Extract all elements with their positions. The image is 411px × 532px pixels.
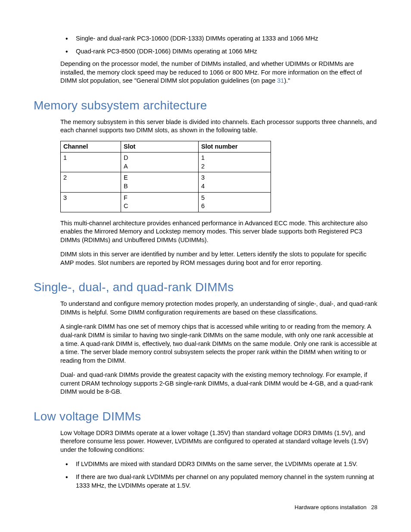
low-voltage-bullet-list: If LVDIMMs are mixed with standard DDR3 … bbox=[34, 460, 377, 490]
cell-slot-number: 56 bbox=[199, 192, 271, 212]
paragraph: To understand and configure memory prote… bbox=[60, 300, 377, 317]
page-link[interactable]: 31 bbox=[277, 77, 284, 84]
cell-slot: DA bbox=[121, 152, 199, 172]
cell-slot-number: 12 bbox=[199, 152, 271, 172]
paragraph: DIMM slots in this server are identified… bbox=[60, 250, 377, 267]
paragraph: The memory subsystem in this server blad… bbox=[60, 118, 377, 135]
paragraph: Dual- and quad-rank DIMMs provide the gr… bbox=[60, 371, 377, 396]
list-item: Single- and dual-rank PC3-10600 (DDR-133… bbox=[60, 34, 377, 43]
cell-slot: EB bbox=[121, 172, 199, 192]
heading-low-voltage: Low voltage DIMMs bbox=[34, 408, 377, 425]
cell-channel: 3 bbox=[61, 192, 121, 212]
table-row: 2EB34 bbox=[61, 172, 271, 192]
paragraph: A single-rank DIMM has one set of memory… bbox=[60, 323, 377, 365]
heading-rank-dimms: Single-, dual-, and quad-rank DIMMs bbox=[34, 279, 377, 296]
table-row: 1DA12 bbox=[61, 152, 271, 172]
list-item: Quad-rank PC3-8500 (DDR-1066) DIMMs oper… bbox=[60, 47, 377, 56]
table-header-row: Channel Slot Slot number bbox=[61, 141, 271, 152]
paragraph: Low Voltage DDR3 DIMMs operate at a lowe… bbox=[60, 429, 377, 454]
channel-slot-table: Channel Slot Slot number 1DA122EB343FC56 bbox=[60, 141, 271, 212]
page-content: Single- and dual-rank PC3-10600 (DDR-133… bbox=[0, 0, 411, 511]
cell-channel: 1 bbox=[61, 152, 121, 172]
table-row: 3FC56 bbox=[61, 192, 271, 212]
footer-label: Hardware options installation bbox=[295, 504, 367, 510]
intro-paragraph: Depending on the processor model, the nu… bbox=[60, 60, 377, 85]
cell-slot: FC bbox=[121, 192, 199, 212]
col-header: Channel bbox=[61, 141, 121, 152]
intro-bullet-list: Single- and dual-rank PC3-10600 (DDR-133… bbox=[34, 34, 377, 56]
cell-slot-number: 34 bbox=[199, 172, 271, 192]
list-item: If LVDIMMs are mixed with standard DDR3 … bbox=[60, 460, 377, 469]
cell-channel: 2 bbox=[61, 172, 121, 192]
paragraph: This multi-channel architecture provides… bbox=[60, 219, 377, 245]
page-footer: Hardware options installation 28 bbox=[295, 504, 377, 511]
col-header: Slot number bbox=[199, 141, 271, 152]
list-item: If there are two dual-rank LVDIMMs per c… bbox=[60, 473, 377, 490]
heading-memory-subsystem: Memory subsystem architecture bbox=[34, 97, 377, 114]
footer-page-number: 28 bbox=[371, 504, 377, 510]
text: Depending on the processor model, the nu… bbox=[60, 60, 362, 84]
col-header: Slot bbox=[121, 141, 199, 152]
text: )." bbox=[284, 77, 290, 84]
